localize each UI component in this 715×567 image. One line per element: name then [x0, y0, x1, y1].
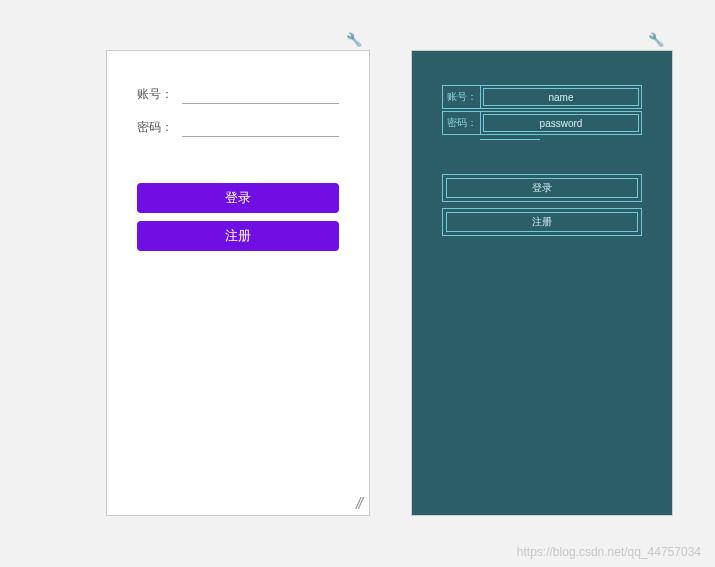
bp-username-label: 账号： [443, 86, 481, 108]
username-label: 账号： [137, 86, 182, 103]
bp-register-button[interactable]: 注册 [442, 208, 642, 236]
wrench-icon[interactable]: 🔧 [346, 32, 362, 47]
login-button[interactable]: 登录 [137, 183, 339, 213]
button-group: 登录 注册 [107, 183, 369, 251]
blueprint-pane: 账号： name 密码： password 登录 注册 [411, 50, 673, 516]
username-input[interactable] [182, 85, 339, 104]
bp-username-row[interactable]: 账号： name [442, 85, 642, 109]
password-row: 密码： [107, 118, 369, 137]
bp-password-label: 密码： [443, 112, 481, 134]
bp-login-button[interactable]: 登录 [442, 174, 642, 202]
username-row: 账号： [107, 85, 369, 104]
password-label: 密码： [137, 119, 182, 136]
password-input[interactable] [182, 118, 339, 137]
bp-divider [480, 139, 540, 140]
bp-password-row[interactable]: 密码： password [442, 111, 642, 135]
register-button[interactable]: 注册 [137, 221, 339, 251]
preview-pane: 账号： 密码： 登录 注册 // [106, 50, 370, 516]
watermark: https://blog.csdn.net/qq_44757034 [517, 545, 701, 559]
bp-username-field: name [483, 88, 639, 106]
bp-button-group: 登录 注册 [442, 174, 642, 236]
bp-password-field: password [483, 114, 639, 132]
wrench-icon[interactable]: 🔧 [648, 32, 664, 47]
resize-handle-icon[interactable]: // [356, 495, 361, 513]
